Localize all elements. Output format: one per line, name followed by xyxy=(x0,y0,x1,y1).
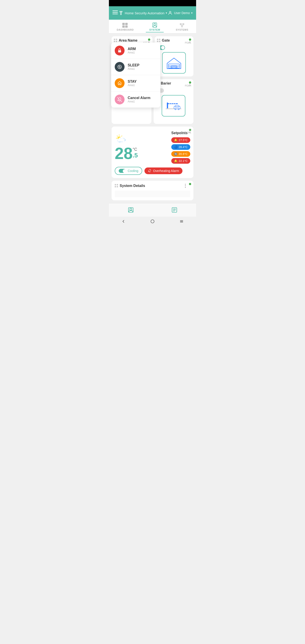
svg-rect-0 xyxy=(112,10,118,11)
barier-card-header: Barier PGM4 xyxy=(156,82,191,87)
nav-tabs: DASHBOARD SYSTEM SYSTEMS xyxy=(109,20,196,34)
area-status-dot xyxy=(148,38,150,41)
svg-point-5 xyxy=(120,14,122,15)
barier-image xyxy=(156,95,191,116)
gate-status-dot xyxy=(189,38,191,41)
svg-rect-58 xyxy=(175,105,179,107)
back-button[interactable] xyxy=(121,219,126,225)
system-details-content xyxy=(115,190,190,197)
user-selector[interactable]: User Demo ▾ xyxy=(168,10,192,16)
gate-label: PGM1 xyxy=(185,42,191,44)
barier-status-dot xyxy=(189,82,191,84)
barier-title: Barier xyxy=(161,82,171,86)
svg-rect-1 xyxy=(112,12,118,13)
setpoint-1-value: 27.5°C xyxy=(179,138,188,142)
svg-line-6 xyxy=(120,12,121,14)
svg-rect-74 xyxy=(115,184,116,185)
tab-systems[interactable]: SYSTEMS xyxy=(172,22,192,32)
system-details-title: System Details xyxy=(120,184,145,188)
tab-dashboard-label: DASHBOARD xyxy=(117,28,134,31)
tab-systems-label: SYSTEMS xyxy=(176,28,188,31)
svg-rect-30 xyxy=(157,41,158,42)
svg-line-66 xyxy=(117,136,118,136)
system-details-card: System Details xyxy=(112,181,194,200)
svg-line-19 xyxy=(181,24,182,26)
svg-rect-10 xyxy=(122,23,125,25)
header-title: Home Security Automation xyxy=(125,11,164,15)
setpoint-2-value: 28.4°C xyxy=(179,145,188,149)
stay-icon xyxy=(115,78,124,88)
svg-rect-22 xyxy=(114,39,115,40)
menu-icon[interactable] xyxy=(112,10,118,16)
header-chevron: ▾ xyxy=(166,12,167,14)
setpoint-3-icon: 🔘 xyxy=(174,152,178,156)
header: Home Security Automation ▾ User Demo ▾ xyxy=(109,6,196,20)
svg-rect-39 xyxy=(118,50,121,52)
sleep-icon xyxy=(115,62,124,72)
overheating-alarm-button[interactable]: Overheating Alarm xyxy=(144,168,182,174)
arm-sub: Area1 xyxy=(128,51,136,54)
temp-left: 28 °C .5 xyxy=(115,133,138,162)
system-selector[interactable]: Home Security Automation ▾ xyxy=(118,10,167,16)
svg-rect-11 xyxy=(125,23,128,25)
barier-label: PGM4 xyxy=(185,84,191,87)
svg-line-7 xyxy=(121,12,122,14)
system-details-header: System Details xyxy=(115,184,190,188)
android-nav xyxy=(109,217,196,228)
system-details-menu[interactable] xyxy=(185,184,186,188)
user-name: User Demo xyxy=(174,11,190,15)
home-button[interactable] xyxy=(150,219,155,225)
svg-rect-73 xyxy=(118,140,124,142)
setpoints-box: Setpoints 🔔 27.5°C 🔵 28.4°C 🔘 20.6°C 🔔 2… xyxy=(171,131,190,164)
bottom-nav xyxy=(109,203,196,217)
temperature-card: SENSOR1 xyxy=(112,126,194,178)
svg-rect-24 xyxy=(114,41,115,42)
setpoint-3-value: 20.6°C xyxy=(179,152,188,156)
setpoint-2[interactable]: 🔵 28.4°C xyxy=(171,144,190,150)
temperature-display: 28 °C .5 xyxy=(115,145,138,162)
cancel-alarm-option[interactable]: Cancel Alarm Area1 xyxy=(111,92,160,108)
svg-point-40 xyxy=(119,66,120,68)
temp-controls: Cooling Overheating Alarm xyxy=(115,167,190,175)
setpoint-1-icon: 🔔 xyxy=(174,138,178,142)
sleep-option[interactable]: SLEEP Area1 xyxy=(111,59,160,75)
tab-system[interactable]: SYSTEM xyxy=(146,22,164,32)
setpoint-4-icon: 🔔 xyxy=(174,159,178,162)
recents-button[interactable] xyxy=(179,219,184,225)
user-chevron: ▾ xyxy=(191,12,192,14)
svg-line-41 xyxy=(118,97,122,102)
arm-option[interactable]: ARM Area1 xyxy=(111,42,160,59)
overheat-label: Overheating Alarm xyxy=(153,169,179,173)
svg-rect-12 xyxy=(122,26,125,28)
svg-rect-29 xyxy=(159,39,160,40)
svg-rect-25 xyxy=(116,41,117,42)
svg-rect-13 xyxy=(125,26,128,28)
nav-home[interactable] xyxy=(122,206,139,214)
svg-rect-75 xyxy=(117,184,118,185)
status-bar xyxy=(109,0,196,6)
svg-point-84 xyxy=(151,220,154,223)
gate-card-header: Gate PGM1 xyxy=(157,38,191,44)
arm-label: ARM xyxy=(128,47,136,51)
cancel-alarm-label: Cancel Alarm xyxy=(128,96,150,100)
stay-option[interactable]: STAY Area1 xyxy=(111,75,160,92)
setpoint-1[interactable]: 🔔 27.5°C xyxy=(171,137,190,143)
setpoint-3[interactable]: 🔘 20.6°C xyxy=(171,151,190,157)
svg-rect-57 xyxy=(174,106,180,109)
cooling-toggle[interactable] xyxy=(119,169,126,173)
setpoint-4[interactable]: 🔔 22.1°C xyxy=(171,158,190,164)
svg-rect-76 xyxy=(115,186,116,188)
cancel-alarm-icon xyxy=(115,94,124,104)
setpoint-2-icon: 🔵 xyxy=(174,145,178,149)
svg-rect-23 xyxy=(116,39,117,40)
svg-point-78 xyxy=(130,208,132,210)
svg-line-20 xyxy=(182,24,183,26)
svg-rect-77 xyxy=(117,186,118,188)
tab-dashboard[interactable]: DASHBOARD xyxy=(113,22,137,32)
cooling-label: Cooling xyxy=(128,169,138,173)
svg-point-9 xyxy=(170,12,171,13)
sleep-sub: Area1 xyxy=(128,67,139,70)
cooling-button[interactable]: Cooling xyxy=(115,167,142,175)
nav-list[interactable] xyxy=(166,206,183,214)
area-name-title: Area Name xyxy=(119,38,138,42)
